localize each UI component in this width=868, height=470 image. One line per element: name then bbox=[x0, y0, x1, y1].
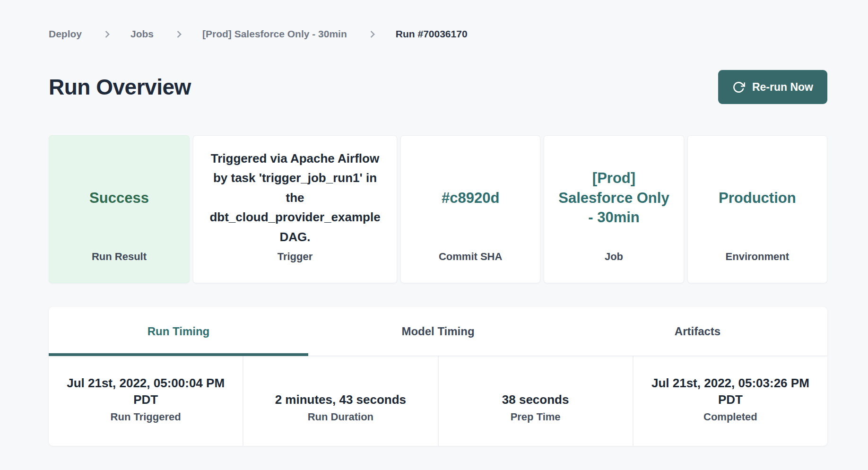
run-triggered-card: Jul 21st, 2022, 05:00:04 PM PDT Run Trig… bbox=[49, 356, 243, 446]
run-result-card: Success Run Result bbox=[49, 135, 190, 283]
completed-card: Jul 21st, 2022, 05:03:26 PM PDT Complete… bbox=[633, 356, 827, 446]
breadcrumb-item-run-number: Run #70036170 bbox=[396, 28, 468, 40]
run-triggered-value: Jul 21st, 2022, 05:00:04 PM PDT bbox=[60, 375, 231, 408]
environment-card: Production Environment bbox=[687, 135, 827, 283]
run-result-label: Run Result bbox=[92, 251, 147, 283]
run-detail-card: Run Timing Model Timing Artifacts Jul 21… bbox=[49, 307, 827, 446]
chevron-right-icon bbox=[174, 30, 182, 38]
trigger-card: Triggered via Apache Airflow by task 'tr… bbox=[193, 135, 397, 283]
rotate-cw-icon bbox=[732, 81, 745, 94]
tab-bar: Run Timing Model Timing Artifacts bbox=[49, 307, 827, 356]
run-triggered-label: Run Triggered bbox=[111, 411, 181, 423]
environment-label: Environment bbox=[726, 251, 789, 283]
page-title: Run Overview bbox=[49, 74, 191, 100]
run-result-value: Success bbox=[89, 188, 149, 208]
tab-model-timing[interactable]: Model Timing bbox=[308, 307, 568, 356]
trigger-value: Triggered via Apache Airflow by task 'tr… bbox=[207, 149, 383, 247]
completed-value: Jul 21st, 2022, 05:03:26 PM PDT bbox=[645, 375, 816, 408]
commit-sha-link[interactable]: #c8920d bbox=[442, 188, 499, 208]
header: Run Overview Re-run Now bbox=[49, 69, 827, 105]
run-duration-value: 2 minutes, 43 seconds bbox=[275, 392, 406, 408]
completed-label: Completed bbox=[703, 411, 757, 423]
prep-time-card: 38 seconds Prep Time bbox=[438, 356, 633, 446]
run-duration-card: 2 minutes, 43 seconds Run Duration bbox=[243, 356, 437, 446]
run-duration-label: Run Duration bbox=[308, 411, 373, 423]
chevron-right-icon bbox=[368, 30, 375, 38]
trigger-label: Trigger bbox=[278, 251, 313, 283]
rerun-now-button[interactable]: Re-run Now bbox=[718, 70, 827, 104]
prep-time-label: Prep Time bbox=[511, 411, 561, 423]
run-overview-page: Deploy Jobs [Prod] Salesforce Only - 30m… bbox=[49, 28, 827, 446]
rerun-now-label: Re-run Now bbox=[752, 81, 813, 94]
job-card: [Prod] Salesforce Only - 30min Job bbox=[544, 135, 684, 283]
breadcrumb-item-job-name[interactable]: [Prod] Salesforce Only - 30min bbox=[202, 28, 347, 40]
run-summary-cards: Success Run Result Triggered via Apache … bbox=[49, 135, 827, 283]
prep-time-value: 38 seconds bbox=[502, 392, 569, 408]
job-label: Job bbox=[605, 251, 623, 283]
run-timing-panel: Jul 21st, 2022, 05:00:04 PM PDT Run Trig… bbox=[49, 356, 827, 446]
tab-run-timing[interactable]: Run Timing bbox=[49, 307, 308, 356]
commit-sha-label: Commit SHA bbox=[439, 251, 502, 283]
commit-sha-card: #c8920d Commit SHA bbox=[400, 135, 540, 283]
environment-link[interactable]: Production bbox=[719, 188, 796, 208]
breadcrumb-item-deploy[interactable]: Deploy bbox=[49, 28, 82, 40]
breadcrumb-item-jobs[interactable]: Jobs bbox=[130, 28, 154, 40]
tab-artifacts[interactable]: Artifacts bbox=[568, 307, 827, 356]
breadcrumb: Deploy Jobs [Prod] Salesforce Only - 30m… bbox=[49, 28, 827, 40]
job-link[interactable]: [Prod] Salesforce Only - 30min bbox=[557, 168, 670, 228]
chevron-right-icon bbox=[103, 30, 110, 38]
